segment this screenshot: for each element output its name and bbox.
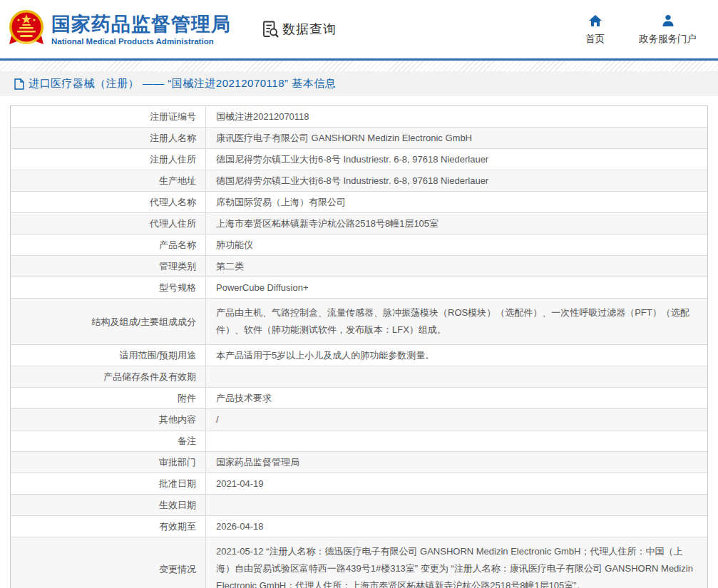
table-wrap: 注册证编号 国械注进20212070118 注册人名称 康讯医疗电子有限公司 G… <box>0 96 718 588</box>
table-row: 适用范围/预期用途 本产品适用于5岁以上小儿及成人的肺功能参数测量。 <box>11 345 708 366</box>
field-label-text: 产品储存条件及有效期 <box>103 371 196 382</box>
data-query-section[interactable]: 数据查询 <box>261 20 337 38</box>
field-value: 康讯医疗电子有限公司 GANSHORN Medizin Electronic G… <box>206 128 708 149</box>
table-row: 注册证编号 国械注进20212070118 <box>11 106 708 128</box>
table-row: 型号规格 PowerCube Diffusion+ <box>11 277 708 299</box>
field-label: 型号规格 <box>11 277 206 299</box>
striped-divider <box>0 61 718 71</box>
field-value: 国家药品监督管理局 <box>206 452 708 473</box>
table-row: 注册人住所 德国尼得劳尔镇工业大街6-8号 Industriestr. 6-8,… <box>11 149 708 170</box>
table-row: 变更情况 2021-05-12 “注册人名称：德迅医疗电子有限公司 GANSHO… <box>11 537 708 588</box>
field-value-text: 2021-04-19 <box>216 478 264 489</box>
nav-home[interactable]: 首页 <box>585 14 605 46</box>
table-row: 注册人名称 康讯医疗电子有限公司 GANSHORN Medizin Electr… <box>11 128 708 149</box>
site-subtitle: National Medical Products Administration <box>51 37 231 46</box>
field-label: 批准日期 <box>11 473 206 495</box>
field-value-text: PowerCube Diffusion+ <box>216 282 308 293</box>
field-value <box>206 366 708 388</box>
field-value-text: 产品由主机、气路控制盒、流量传感器、脉冲振荡模块（ROS模块）（选配件）、一次性… <box>216 307 689 335</box>
field-label: 注册证编号 <box>11 106 206 128</box>
field-label-text: 注册证编号 <box>150 111 196 122</box>
field-value: 2021-05-12 “注册人名称：德迅医疗电子有限公司 GANSHORN Me… <box>206 537 708 588</box>
field-value: 肺功能仪 <box>206 234 708 256</box>
field-label-text: 其他内容 <box>159 414 196 425</box>
field-value: 上海市奉贤区柘林镇新寺沪杭公路2518号8幢1层105室 <box>206 213 708 234</box>
field-label-text: 型号规格 <box>159 282 196 293</box>
site-title-block: 国家药品监督管理局 National Medical Products Admi… <box>51 14 231 46</box>
field-label-text: 生产地址 <box>159 175 196 186</box>
table-row: 生产地址 德国尼得劳尔镇工业大街6-8号 Industriestr. 6-8, … <box>11 170 708 192</box>
field-value-text: 第二类 <box>216 261 244 272</box>
table-row: 管理类别 第二类 <box>11 256 708 277</box>
field-value: 国械注进20212070118 <box>206 106 708 128</box>
header-nav: 首页 政务服务门户 <box>585 14 697 46</box>
field-value: 席勒国际贸易（上海）有限公司 <box>206 192 708 213</box>
site-title: 国家药品监督管理局 <box>51 14 231 35</box>
breadcrumb-text: 进口医疗器械（注册） —— “国械注进20212070118” 基本信息 <box>29 77 336 91</box>
nav-portal[interactable]: 政务服务门户 <box>639 14 697 46</box>
field-label-text: 产品名称 <box>159 239 196 250</box>
field-label-text: 结构及组成/主要组成成分 <box>91 316 196 327</box>
field-value-text: 国械注进20212070118 <box>216 111 309 122</box>
field-label-text: 代理人名称 <box>150 197 196 207</box>
national-emblem-icon <box>9 9 44 50</box>
field-value: PowerCube Diffusion+ <box>206 277 708 299</box>
field-value: 2021-04-19 <box>206 473 708 495</box>
field-label: 产品储存条件及有效期 <box>11 366 206 388</box>
field-value-text: 2021-05-12 “注册人名称：德迅医疗电子有限公司 GANSHORN Me… <box>216 546 693 588</box>
field-label: 其他内容 <box>11 409 206 430</box>
field-label: 生效日期 <box>11 495 206 516</box>
data-query-label: 数据查询 <box>282 21 337 38</box>
field-label-text: 注册人住所 <box>150 154 196 165</box>
field-label-text: 管理类别 <box>159 261 196 272</box>
nav-home-label: 首页 <box>585 33 605 46</box>
field-value-text: 上海市奉贤区柘林镇新寺沪杭公路2518号8幢1层105室 <box>216 218 439 229</box>
field-label-text: 备注 <box>178 435 196 446</box>
field-value: 产品由主机、气路控制盒、流量传感器、脉冲振荡模块（ROS模块）（选配件）、一次性… <box>206 299 708 345</box>
field-value-text: 康讯医疗电子有限公司 GANSHORN Medizin Electronic G… <box>216 133 472 143</box>
field-label: 代理人名称 <box>11 192 206 213</box>
table-row: 附件 产品技术要求 <box>11 388 708 409</box>
nav-portal-label: 政务服务门户 <box>639 33 697 46</box>
field-value-text: / <box>216 414 219 425</box>
field-label-text: 审批部门 <box>159 457 196 468</box>
field-value: 德国尼得劳尔镇工业大街6-8号 Industriestr. 6-8, 97618… <box>206 170 708 192</box>
table-row: 其他内容 / <box>11 409 708 430</box>
document-icon <box>14 78 24 90</box>
page-header: 国家药品监督管理局 National Medical Products Admi… <box>0 0 718 61</box>
field-value-text: 国家药品监督管理局 <box>216 457 299 468</box>
field-label-text: 变更情况 <box>159 564 196 574</box>
field-value-text: 德国尼得劳尔镇工业大街6-8号 Industriestr. 6-8, 97618… <box>216 175 488 186</box>
table-row: 结构及组成/主要组成成分 产品由主机、气路控制盒、流量传感器、脉冲振荡模块（RO… <box>11 299 708 345</box>
nmpa-logo[interactable]: 国家药品监督管理局 National Medical Products Admi… <box>9 9 231 50</box>
field-label-text: 生效日期 <box>159 500 196 510</box>
field-label: 生产地址 <box>11 170 206 192</box>
field-value-text: 产品技术要求 <box>216 393 272 403</box>
field-label: 管理类别 <box>11 256 206 277</box>
field-label-text: 批准日期 <box>159 478 196 489</box>
field-value: / <box>206 409 708 430</box>
field-label: 变更情况 <box>11 537 206 588</box>
table-row: 产品储存条件及有效期 <box>11 366 708 388</box>
table-row: 代理人住所 上海市奉贤区柘林镇新寺沪杭公路2518号8幢1层105室 <box>11 213 708 234</box>
field-label: 适用范围/预期用途 <box>11 345 206 366</box>
table-row: 有效期至 2026-04-18 <box>11 516 708 537</box>
field-label: 注册人名称 <box>11 128 206 149</box>
field-value-text: 肺功能仪 <box>216 239 253 250</box>
table-row: 代理人名称 席勒国际贸易（上海）有限公司 <box>11 192 708 213</box>
field-label: 备注 <box>11 430 206 452</box>
table-row: 产品名称 肺功能仪 <box>11 234 708 256</box>
field-label: 产品名称 <box>11 234 206 256</box>
field-label-text: 附件 <box>178 393 196 403</box>
field-label: 代理人住所 <box>11 213 206 234</box>
field-label: 有效期至 <box>11 516 206 537</box>
table-row: 批准日期 2021-04-19 <box>11 473 708 495</box>
table-row: 备注 <box>11 430 708 452</box>
field-value: 德国尼得劳尔镇工业大街6-8号 Industriestr. 6-8, 97618… <box>206 149 708 170</box>
breadcrumb: 进口医疗器械（注册） —— “国械注进20212070118” 基本信息 <box>0 71 718 96</box>
field-label: 结构及组成/主要组成成分 <box>11 299 206 345</box>
field-label-text: 有效期至 <box>159 521 196 532</box>
home-icon <box>588 14 602 28</box>
field-value-text: 德国尼得劳尔镇工业大街6-8号 Industriestr. 6-8, 97618… <box>216 154 488 165</box>
field-value: 本产品适用于5岁以上小儿及成人的肺功能参数测量。 <box>206 345 708 366</box>
